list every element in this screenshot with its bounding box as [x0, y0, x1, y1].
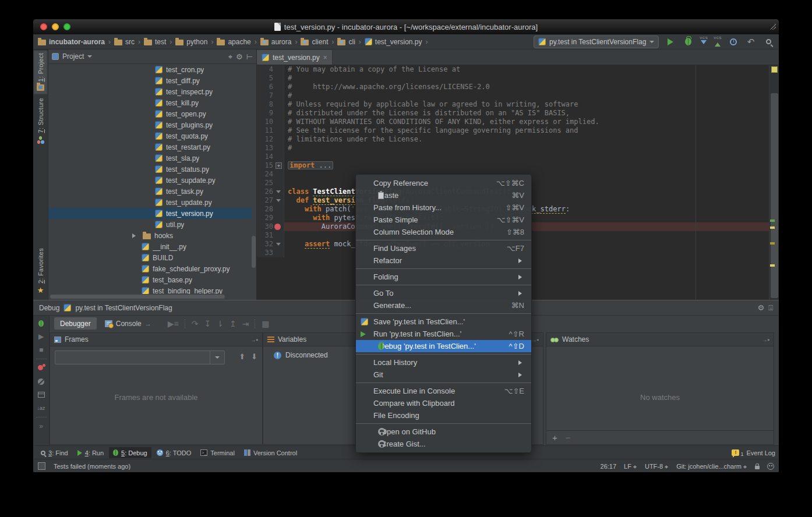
- toolwindow-button-structure[interactable]: 7: Structure: [33, 94, 48, 147]
- breadcrumb-item-test-version-py[interactable]: test_version.py: [365, 38, 422, 46]
- menu-item-git[interactable]: Git: [356, 369, 531, 381]
- line-number[interactable]: 31: [257, 231, 273, 240]
- tree-item-test-restart-py[interactable]: test_restart.py: [48, 141, 252, 153]
- search-everywhere-button[interactable]: [762, 36, 774, 48]
- line-number[interactable]: 30: [257, 222, 273, 231]
- line-number[interactable]: 6: [257, 83, 273, 91]
- breadcrumb-item-test[interactable]: test: [144, 38, 166, 46]
- line-number[interactable]: 27: [257, 196, 273, 205]
- line-number[interactable]: 28: [257, 205, 273, 214]
- tool-button-terminal[interactable]: >_Terminal: [196, 447, 239, 458]
- add-watch-button[interactable]: +: [552, 433, 557, 442]
- tree-item-test-plugins-py[interactable]: test_plugins.py: [48, 119, 252, 130]
- step-into-icon[interactable]: ↧: [204, 319, 211, 328]
- line-number[interactable]: 32: [257, 240, 273, 249]
- menu-item-find-usages[interactable]: Find Usages⌥F7: [356, 242, 531, 254]
- breadcrumb-item-incubator-aurora[interactable]: incubator-aurora: [38, 38, 105, 46]
- line-number[interactable]: 29: [257, 214, 273, 222]
- breadcrumb-item-cli[interactable]: cli: [337, 38, 355, 46]
- toolwindow-button-project[interactable]: 1: Project: [33, 49, 48, 94]
- tree-item-init-py[interactable]: __init__.py: [48, 241, 252, 252]
- step-over-icon[interactable]: ↷: [192, 319, 199, 328]
- settings-gear-icon[interactable]: ⚙: [758, 304, 765, 311]
- breadcrumb-item-client[interactable]: client: [301, 38, 328, 46]
- previous-frame-icon[interactable]: ⬆: [239, 352, 245, 361]
- tree-item-test-update-py[interactable]: test_update.py: [48, 197, 252, 208]
- pin-icon[interactable]: →▪: [531, 337, 539, 343]
- fold-marker[interactable]: [273, 196, 284, 205]
- line-number[interactable]: 10: [257, 118, 273, 126]
- menu-item-create-gist[interactable]: Create Gist...: [356, 438, 531, 450]
- line-number[interactable]: 11: [257, 126, 273, 135]
- line-number[interactable]: 9: [257, 109, 273, 118]
- menu-item-folding[interactable]: Folding: [356, 271, 531, 283]
- line-number[interactable]: 24: [257, 170, 273, 179]
- horizontal-scrollbar[interactable]: [50, 295, 225, 299]
- editor-tab-test-version[interactable]: test_version.py ×: [257, 50, 333, 65]
- encoding-widget[interactable]: UTF-8: [645, 463, 669, 470]
- menu-item-local-history[interactable]: Local History: [356, 356, 531, 369]
- line-number[interactable]: 33: [257, 249, 273, 257]
- menu-item-paste-from-history[interactable]: Paste from History...⇧⌘V: [356, 201, 531, 214]
- lock-icon[interactable]: [755, 466, 760, 469]
- more-options-icon[interactable]: »: [37, 422, 46, 431]
- menu-item-paste[interactable]: Paste⌘V: [356, 189, 531, 201]
- tool-button-version-control[interactable]: Version Control: [240, 447, 301, 458]
- debug-button[interactable]: [682, 36, 694, 48]
- view-breakpoints-icon[interactable]: [37, 363, 46, 373]
- menu-item-open-on-github[interactable]: Open on GitHub: [356, 426, 531, 438]
- warning-mark[interactable]: [770, 264, 775, 267]
- git-branch-widget[interactable]: Git: jcohen/clie...charm: [676, 463, 747, 470]
- tree-item-hooks[interactable]: hooks: [48, 230, 252, 241]
- folded-region[interactable]: import ...: [288, 161, 333, 169]
- line-number[interactable]: 15: [257, 161, 273, 170]
- menu-item-column-selection-mode[interactable]: Column Selection Mode⇧⌘8: [356, 226, 531, 238]
- menu-item-file-encoding[interactable]: File Encoding: [356, 409, 531, 422]
- line-number[interactable]: 13: [257, 144, 273, 153]
- vertical-scrollbar[interactable]: [252, 236, 256, 268]
- menu-item-generate[interactable]: Generate...⌘N: [356, 299, 531, 311]
- tab-console[interactable]: Console →: [99, 317, 157, 330]
- tool-button-4-run[interactable]: 4: Run: [73, 447, 108, 458]
- breadcrumb-item-src[interactable]: src: [114, 38, 135, 46]
- tree-item-build[interactable]: BUILD: [48, 252, 252, 263]
- hide-toolwindow-icon[interactable]: ⍗: [768, 304, 773, 311]
- tree-item-test-quota-py[interactable]: test_quota.py: [48, 130, 252, 141]
- next-frame-icon[interactable]: ⬇: [251, 352, 257, 361]
- tree-item-test-status-py[interactable]: test_status.py: [48, 164, 252, 175]
- tree-item-test-sla-py[interactable]: test_sla.py: [48, 153, 252, 164]
- tree-item-test-cron-py[interactable]: test_cron.py: [48, 64, 252, 75]
- force-step-into-icon[interactable]: ⇂: [217, 319, 224, 328]
- mute-breakpoints-icon[interactable]: [37, 377, 46, 386]
- line-number[interactable]: 26: [257, 187, 273, 196]
- chevron-down-icon[interactable]: [87, 55, 92, 60]
- line-number[interactable]: 8: [257, 100, 273, 109]
- run-configuration-select[interactable]: py.test in TestClientVersionFlag: [534, 36, 659, 48]
- editor-scrollbar[interactable]: [769, 65, 779, 300]
- scroll-from-source-icon[interactable]: ⌖: [228, 53, 232, 61]
- sort-alphabetically-icon[interactable]: ↓az: [37, 403, 46, 413]
- tree-item-test-kill-py[interactable]: test_kill.py: [48, 97, 252, 108]
- tab-debugger[interactable]: Debugger: [54, 317, 97, 330]
- run-button[interactable]: [665, 36, 676, 48]
- resume-icon[interactable]: ▶: [37, 332, 46, 341]
- line-number[interactable]: 7: [257, 91, 273, 100]
- tree-item-test-task-py[interactable]: test_task.py: [48, 186, 252, 197]
- expand-arrow-icon[interactable]: [132, 233, 138, 238]
- window-resize-grip[interactable]: [770, 24, 776, 30]
- tree-item-fake-scheduler-proxy-py[interactable]: fake_scheduler_proxy.py: [48, 263, 252, 274]
- menu-item-copy-reference[interactable]: Copy Reference⌥⇧⌘C: [356, 177, 531, 189]
- tree-item-test-version-py[interactable]: test_version.py: [48, 208, 252, 219]
- thread-selector[interactable]: [55, 350, 225, 364]
- evaluate-expression-icon[interactable]: ▦: [262, 319, 269, 328]
- file-status-indicator[interactable]: [771, 66, 778, 73]
- settings-gear-icon[interactable]: ⚙: [236, 53, 243, 61]
- rerun-debug-icon[interactable]: [37, 318, 46, 328]
- tool-button-3-find[interactable]: 3: Find: [37, 447, 72, 458]
- restore-layout-icon[interactable]: [37, 390, 46, 399]
- menu-item-refactor[interactable]: Refactor: [356, 254, 531, 267]
- breakpoint-dot[interactable]: [274, 224, 281, 230]
- tool-button-6-todo[interactable]: 6: TODO: [153, 447, 196, 458]
- toolwindow-toggle-icon[interactable]: [38, 462, 45, 470]
- pin-icon[interactable]: →▪: [761, 337, 769, 343]
